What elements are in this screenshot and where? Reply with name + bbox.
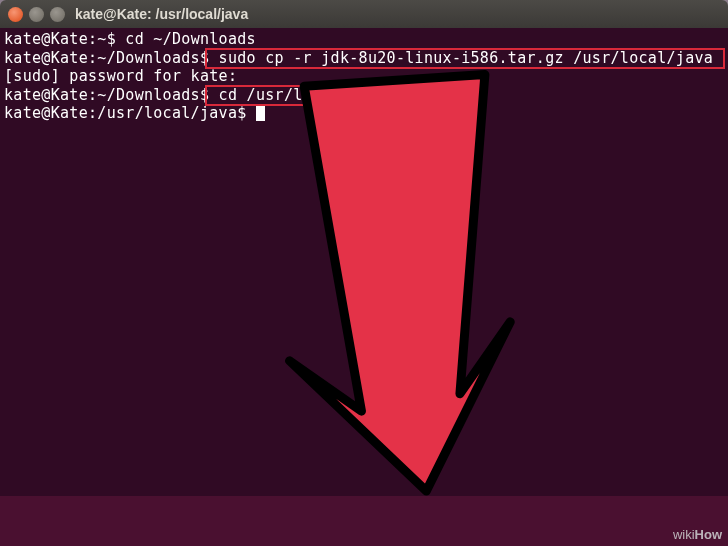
terminal-area[interactable]: kate@Kate:~$ cd ~/Downloads kate@Kate:~/…: [0, 28, 728, 496]
terminal-line: [sudo] password for kate:: [4, 67, 724, 86]
prompt: kate@Kate:~$: [4, 30, 116, 48]
window-controls: [8, 7, 65, 22]
terminal-line: kate@Kate:~/Downloads$ cd /usr/local/jav…: [4, 86, 724, 105]
command-text: cd /usr/local/java: [209, 86, 386, 104]
terminal-line: kate@Kate:~/Downloads$ sudo cp -r jdk-8u…: [4, 49, 724, 68]
prompt: kate@Kate:~/Downloads$: [4, 86, 209, 104]
close-icon[interactable]: [8, 7, 23, 22]
terminal-line: kate@Kate:~$ cd ~/Downloads: [4, 30, 724, 49]
prompt: [sudo] password for kate:: [4, 67, 237, 85]
window-titlebar: kate@Kate: /usr/local/java: [0, 0, 728, 28]
maximize-icon[interactable]: [50, 7, 65, 22]
command-text: [247, 104, 256, 122]
cursor-icon: [256, 106, 265, 121]
command-text: sudo cp -r jdk-8u20-linux-i586.tar.gz /u…: [209, 49, 713, 67]
bottom-bar: [0, 496, 728, 546]
watermark-prefix: wiki: [673, 527, 695, 542]
watermark-suffix: How: [695, 527, 722, 542]
prompt: kate@Kate:~/Downloads$: [4, 49, 209, 67]
window-title: kate@Kate: /usr/local/java: [75, 6, 248, 22]
minimize-icon[interactable]: [29, 7, 44, 22]
prompt: kate@Kate:/usr/local/java$: [4, 104, 247, 122]
command-text: cd ~/Downloads: [116, 30, 256, 48]
watermark: wikiHow: [673, 527, 722, 542]
terminal-line: kate@Kate:/usr/local/java$: [4, 104, 724, 123]
